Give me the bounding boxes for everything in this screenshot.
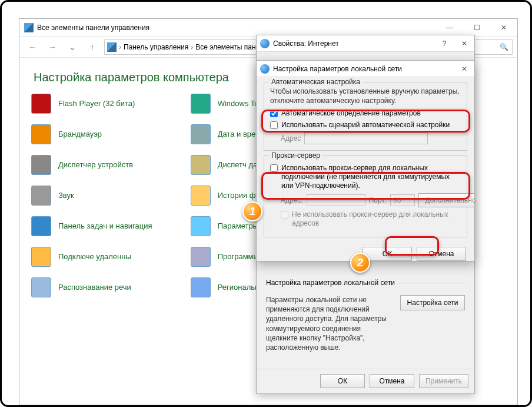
taskbar-icon	[31, 216, 51, 236]
cp-item[interactable]: Панель задач и навигация	[31, 214, 187, 239]
breadcrumb-root[interactable]: Панель управления	[124, 43, 188, 51]
proxy-address-input	[307, 194, 365, 206]
help-button[interactable]: ?	[434, 35, 454, 51]
auto-detect-label: Автоматическое определение параметров	[281, 109, 421, 118]
proxy-advanced-button: Дополнительно	[418, 193, 475, 207]
lan-section-heading: Настройка параметров локальной сети	[266, 279, 398, 287]
search-icon: 🔍	[500, 43, 508, 51]
nav-back-button[interactable]: ←	[24, 39, 41, 55]
auto-script-checkbox[interactable]	[270, 121, 278, 129]
auto-address-label: Адрес	[281, 134, 301, 143]
proxy-group: Прокси-сервер Использовать прокси-сервер…	[264, 155, 467, 237]
lan-icon	[260, 64, 270, 74]
cp-item-label: Диспетчер устройств	[58, 161, 133, 170]
cp-item-label: Распознавание речи	[58, 283, 131, 292]
parent-cancel-button[interactable]: Отмена	[370, 374, 414, 388]
proxy-port-input	[390, 194, 415, 206]
auto-address-input	[304, 133, 428, 144]
auto-detect-checkbox[interactable]	[270, 110, 278, 117]
flash-icon	[31, 94, 51, 114]
control-panel-icon	[24, 23, 34, 32]
auto-note: Чтобы использовать установленные вручную…	[270, 87, 461, 105]
nav-recent-button[interactable]: ⌄	[64, 39, 81, 55]
cp-item-label: Flash Player (32 бита)	[58, 100, 135, 108]
proxy-address-label: Адрес:	[281, 196, 303, 204]
proxy-bypass-label: Не использовать прокси-сервер для локаль…	[292, 210, 461, 228]
auto-address-row: Адрес	[281, 133, 461, 144]
proxy-use-checkbox[interactable]	[270, 164, 278, 172]
parent-apply-button[interactable]: Применить	[419, 374, 468, 388]
cp-item-label: Windows To	[218, 100, 259, 108]
proxy-port-label: Порт:	[369, 196, 387, 204]
lan-section-note: Параметры локальной сети не применяются …	[266, 295, 394, 352]
cp-item[interactable]: Подключе удаленны	[31, 244, 187, 269]
proxy-legend: Прокси-сервер	[269, 151, 322, 160]
device-icon	[31, 155, 51, 175]
proxy-use-row[interactable]: Использовать прокси-сервер для локальных…	[270, 164, 461, 190]
close-button[interactable]: ✕	[454, 35, 474, 51]
cp-item-label: Брандмауэр	[58, 130, 102, 139]
auto-legend: Автоматическая настройка	[269, 78, 363, 86]
remote-icon	[31, 247, 51, 267]
region-icon	[191, 277, 211, 297]
history-icon	[191, 186, 211, 206]
lan-settings-dialog: Настройка параметров локальной сети ✕ Ав…	[256, 60, 475, 262]
step-badge-1: 1	[242, 201, 262, 221]
step-badge-2: 2	[350, 253, 370, 273]
win-icon	[191, 94, 211, 114]
proxy-bypass-row: Не использовать прокси-сервер для локаль…	[281, 210, 461, 228]
cp-item-label: Звук	[58, 191, 74, 200]
lan-ok-button[interactable]: ОК	[363, 247, 412, 261]
internet-properties-title: Свойства: Интернет	[273, 39, 339, 48]
sound-icon	[31, 186, 51, 206]
nav-up-button[interactable]: ↑	[84, 39, 101, 55]
cp-item[interactable]: Распознавание речи	[31, 275, 187, 300]
speech-icon	[31, 277, 51, 297]
close-button[interactable]: ✕	[490, 19, 517, 36]
auto-detect-row[interactable]: Автоматическое определение параметров	[270, 109, 461, 118]
lan-settings-titlebar[interactable]: Настройка параметров локальной сети ✕	[257, 61, 474, 77]
maximize-button[interactable]: ☐	[463, 19, 490, 36]
close-button[interactable]: ✕	[454, 61, 474, 77]
cp-window-title: Все элементы панели управления	[37, 24, 149, 32]
proxy-use-label: Использовать прокси-сервер для локальных…	[281, 164, 461, 190]
cp-item[interactable]: Звук	[31, 183, 187, 208]
lan-settings-button[interactable]: Настройка сети	[400, 295, 465, 310]
proxy-address-row: Адрес: Порт: Дополнительно	[281, 193, 461, 207]
programs-icon	[191, 247, 211, 267]
lan-cancel-button[interactable]: Отмена	[417, 247, 466, 261]
cp-item[interactable]: Брандмауэр	[31, 122, 187, 147]
firewall-icon	[31, 124, 51, 144]
index-icon	[191, 216, 211, 236]
internet-icon	[260, 39, 270, 48]
cp-item[interactable]: Диспетчер устройств	[31, 153, 187, 177]
auto-config-group: Автоматическая настройка Чтобы использов…	[264, 82, 467, 151]
minimize-button[interactable]: —	[436, 19, 463, 36]
cp-titlebar[interactable]: Все элементы панели управления — ☐ ✕	[19, 19, 517, 37]
breadcrumb-icon	[107, 42, 117, 52]
internet-properties-titlebar[interactable]: Свойства: Интернет ? ✕	[257, 35, 474, 52]
nav-forward-button[interactable]: →	[44, 39, 61, 55]
lan-settings-title: Настройка параметров локальной сети	[273, 65, 402, 73]
clock-icon	[191, 124, 211, 144]
parent-ok-button[interactable]: ОК	[320, 374, 365, 388]
cp-item-label: Панель задач и навигация	[58, 222, 152, 231]
auto-script-label: Использовать сценарий автоматической нас…	[281, 121, 450, 130]
proxy-bypass-checkbox	[281, 211, 288, 219]
creds-icon	[191, 155, 211, 175]
cp-item[interactable]: Flash Player (32 бита)	[31, 91, 187, 116]
lan-section: Настройка параметров локальной сети Пара…	[257, 274, 474, 358]
cp-item-label: Подключе удаленны	[58, 253, 131, 262]
auto-script-row[interactable]: Использовать сценарий автоматической нас…	[270, 121, 461, 130]
